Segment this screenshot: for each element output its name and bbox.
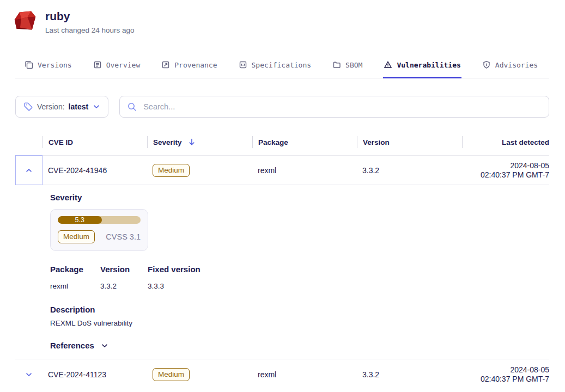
tab-advisories[interactable]: Advisories bbox=[482, 53, 538, 78]
tab-label: Vulnerabilities bbox=[397, 61, 460, 69]
version-cell: 3.3.2 bbox=[357, 166, 462, 175]
advisories-icon bbox=[482, 60, 491, 69]
repository-vulnerabilities-page: ruby Last changed 24 hours ago Versions … bbox=[0, 0, 565, 389]
sort-descending-icon[interactable] bbox=[187, 138, 196, 146]
cvss-score-fill: 5.3 bbox=[58, 216, 102, 224]
last-detected-time: 02:40:37 PM GMT-7 bbox=[481, 375, 549, 384]
description-text: REXML DoS vulnerability bbox=[50, 319, 549, 327]
tab-label: Specifications bbox=[252, 61, 312, 69]
vulnerability-detail-panel: Severity 5.3 Medium CVSS 3.1 Package Ver… bbox=[15, 185, 549, 359]
fixed-version-value: 3.3.3 bbox=[148, 282, 164, 290]
vulnerabilities-icon bbox=[384, 60, 392, 69]
chevron-down-icon bbox=[25, 370, 33, 379]
severity-cell: Medium bbox=[147, 164, 252, 177]
version-filter-label: Version: bbox=[37, 102, 65, 111]
cvss-score-card: 5.3 Medium CVSS 3.1 bbox=[50, 209, 148, 251]
ruby-gem-icon bbox=[13, 9, 37, 33]
last-detected-cell: 2024-08-05 02:40:37 PM GMT-7 bbox=[462, 161, 549, 180]
last-changed-text: Last changed 24 hours ago bbox=[45, 26, 135, 34]
table-row: CVE-2024-41123 Medium rexml 3.3.2 2024-0… bbox=[15, 359, 549, 389]
tab-vulnerabilities[interactable]: Vulnerabilities bbox=[383, 53, 461, 78]
cvss-version-label: CVSS 3.1 bbox=[106, 232, 141, 241]
cve-id-cell: CVE-2024-41946 bbox=[42, 166, 147, 175]
severity-badge: Medium bbox=[153, 164, 190, 177]
page-title: ruby bbox=[45, 9, 135, 23]
package-info-values: rexml 3.3.2 3.3.3 bbox=[50, 274, 549, 290]
tab-sbom[interactable]: SBOM bbox=[332, 53, 363, 78]
tab-label: Provenance bbox=[174, 61, 217, 69]
tab-label: Versions bbox=[38, 61, 72, 69]
filter-bar: Version: latest bbox=[15, 96, 549, 118]
versions-icon bbox=[25, 60, 33, 69]
package-info-headings: Package Version Fixed version bbox=[50, 265, 549, 274]
page-header: ruby Last changed 24 hours ago bbox=[13, 9, 549, 34]
search-box bbox=[119, 96, 549, 118]
severity-cell: Medium bbox=[147, 368, 252, 381]
version-filter-dropdown[interactable]: Version: latest bbox=[15, 96, 108, 118]
references-expander[interactable]: References bbox=[50, 341, 549, 350]
row-collapse-toggle[interactable] bbox=[15, 155, 42, 185]
package-cell: rexml bbox=[252, 166, 357, 175]
search-input[interactable] bbox=[143, 102, 542, 111]
severity-badge: Medium bbox=[58, 230, 95, 243]
specifications-icon bbox=[239, 60, 247, 69]
package-heading: Package bbox=[50, 265, 100, 274]
chevron-down-icon bbox=[100, 341, 109, 350]
package-cell: rexml bbox=[252, 370, 357, 379]
tab-label: Advisories bbox=[495, 61, 538, 69]
vulnerabilities-table: CVE ID Severity Package Version Last det… bbox=[15, 135, 549, 389]
version-value: 3.3.2 bbox=[100, 282, 148, 290]
row-expand-toggle[interactable] bbox=[15, 359, 42, 389]
tab-label: SBOM bbox=[345, 61, 362, 69]
last-detected-date: 2024-08-05 bbox=[510, 161, 549, 170]
description-section: Description REXML DoS vulnerability bbox=[50, 305, 549, 327]
version-cell: 3.3.2 bbox=[357, 370, 462, 379]
overview-icon bbox=[93, 60, 102, 69]
table-row: CVE-2024-41946 Medium rexml 3.3.2 2024-0… bbox=[15, 155, 549, 185]
column-header-version[interactable]: Version bbox=[357, 136, 462, 148]
column-header-cve-id[interactable]: CVE ID bbox=[42, 136, 147, 148]
severity-section-heading: Severity bbox=[50, 193, 549, 202]
column-header-package[interactable]: Package bbox=[252, 136, 357, 148]
cvss-score-value: 5.3 bbox=[75, 216, 84, 224]
provenance-icon bbox=[161, 60, 170, 69]
sbom-icon bbox=[332, 60, 341, 69]
package-value: rexml bbox=[50, 282, 100, 290]
version-filter-value: latest bbox=[69, 102, 89, 111]
tab-label: Overview bbox=[106, 61, 141, 69]
last-detected-cell: 2024-08-05 02:40:37 PM GMT-7 bbox=[462, 365, 549, 384]
tab-versions[interactable]: Versions bbox=[24, 53, 72, 78]
last-detected-date: 2024-08-05 bbox=[510, 365, 549, 375]
column-header-last-detected[interactable]: Last detected bbox=[462, 136, 549, 148]
tab-bar: Versions Overview Provenance Specificati… bbox=[15, 53, 549, 78]
column-header-severity[interactable]: Severity bbox=[147, 136, 252, 148]
last-detected-time: 02:40:37 PM GMT-7 bbox=[481, 170, 549, 180]
version-heading: Version bbox=[100, 265, 148, 274]
table-header-row: CVE ID Severity Package Version Last det… bbox=[15, 135, 549, 149]
fixed-version-heading: Fixed version bbox=[148, 265, 201, 274]
cvss-score-bar: 5.3 bbox=[58, 216, 141, 224]
description-heading: Description bbox=[50, 305, 549, 314]
cve-id-cell: CVE-2024-41123 bbox=[42, 370, 147, 379]
chevron-down-icon bbox=[92, 102, 101, 111]
chevron-up-icon bbox=[25, 166, 33, 175]
tag-icon bbox=[23, 102, 33, 112]
tab-provenance[interactable]: Provenance bbox=[161, 53, 217, 78]
tab-overview[interactable]: Overview bbox=[93, 53, 141, 78]
tab-specifications[interactable]: Specifications bbox=[238, 53, 312, 78]
header-text: ruby Last changed 24 hours ago bbox=[45, 9, 135, 34]
search-icon bbox=[127, 102, 137, 112]
references-heading: References bbox=[50, 341, 94, 350]
severity-badge: Medium bbox=[153, 368, 190, 381]
